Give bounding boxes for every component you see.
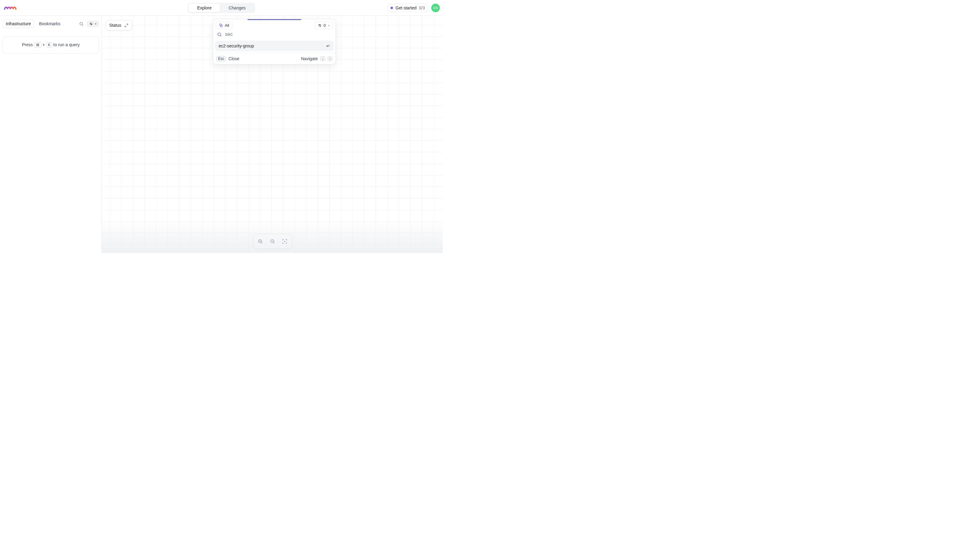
sidebar: Infrastructure Bookmarks Press ⌘ + K to … [0, 16, 102, 253]
search-icon [79, 22, 83, 26]
search-icon [217, 32, 222, 37]
search-popover-header: All 0 ▾ [213, 19, 336, 29]
get-started-count: 0/3 [419, 5, 425, 10]
fit-view-button[interactable] [279, 236, 290, 247]
esc-key: Esc [216, 56, 226, 62]
zoom-toolbar [253, 234, 292, 249]
zoom-in-icon [258, 238, 263, 244]
search-result-item[interactable]: ec2-security-group ↵ [215, 41, 334, 51]
zoom-out-icon [270, 238, 275, 244]
query-hint-suffix: to run a query [53, 42, 80, 47]
top-bar: Explore Changes Get started 0/3 EN [0, 0, 443, 16]
layers-icon [219, 23, 223, 27]
filter-count-label: 0 [324, 23, 326, 28]
query-hint: Press ⌘ + K to run a query [2, 37, 99, 53]
status-label: Status [109, 23, 121, 28]
query-hint-prefix: Press [22, 42, 33, 47]
filter-all-label: All [225, 23, 229, 28]
nav-tab-changes[interactable]: Changes [220, 3, 254, 12]
search-input[interactable] [225, 32, 332, 37]
enter-icon: ↵ [326, 43, 330, 48]
cmd-key: ⌘ [34, 42, 42, 48]
svg-line-21 [274, 242, 274, 243]
svg-line-15 [220, 35, 221, 36]
sidebar-tab-infrastructure[interactable]: Infrastructure [2, 20, 34, 28]
status-dot-icon [391, 7, 393, 9]
chevron-down-icon: ▾ [328, 24, 330, 27]
status-pill[interactable]: Status [105, 20, 132, 30]
svg-point-23 [284, 241, 285, 242]
sidebar-tabs: Infrastructure Bookmarks [2, 20, 99, 28]
sliders-icon [89, 22, 93, 26]
expand-icon [124, 23, 129, 27]
svg-point-4 [90, 23, 91, 23]
sidebar-search-button[interactable] [77, 20, 85, 28]
graph-canvas[interactable]: Status All 0 ▾ ec2-security-group ↵ [102, 16, 443, 253]
top-right-group: Get started 0/3 EN [387, 3, 440, 12]
zoom-in-button[interactable] [255, 236, 265, 247]
chevron-down-icon [94, 22, 97, 25]
plus-label: + [43, 42, 45, 47]
svg-point-14 [218, 33, 221, 35]
svg-line-1 [82, 25, 83, 25]
svg-point-13 [320, 26, 321, 27]
avatar[interactable]: EN [431, 3, 440, 12]
nav-switcher: Explore Changes [188, 3, 255, 13]
svg-point-12 [319, 24, 320, 25]
sliders-icon [318, 23, 322, 27]
svg-point-0 [80, 22, 82, 25]
svg-line-6 [127, 24, 128, 25]
navigate-label: Navigate [301, 56, 318, 61]
get-started-button[interactable]: Get started 0/3 [387, 3, 428, 12]
sidebar-tab-bookmarks[interactable]: Bookmarks [36, 20, 63, 28]
filter-all-chip[interactable]: All [215, 22, 232, 29]
arrow-down-key: ↓ [320, 56, 325, 61]
zoom-out-button[interactable] [267, 236, 278, 247]
nav-tab-explore[interactable]: Explore [189, 3, 220, 12]
app-logo [3, 5, 20, 11]
k-key: K [46, 42, 52, 48]
svg-line-7 [125, 25, 126, 27]
search-popover: All 0 ▾ ec2-security-group ↵ Esc Close N… [213, 19, 336, 65]
search-popover-footer: Esc Close Navigate ↓ ↑ [213, 53, 336, 64]
accent-bar [247, 19, 301, 20]
arrow-up-key: ↑ [327, 56, 332, 61]
sidebar-filter-button[interactable] [87, 21, 99, 27]
close-label: Close [229, 56, 239, 61]
svg-point-5 [91, 24, 92, 25]
search-input-row [213, 29, 336, 41]
search-result-label: ec2-security-group [219, 43, 254, 48]
get-started-label: Get started [396, 5, 416, 10]
filter-count-chip[interactable]: 0 ▾ [314, 22, 333, 29]
fit-view-icon [282, 238, 287, 244]
svg-line-17 [261, 242, 262, 243]
